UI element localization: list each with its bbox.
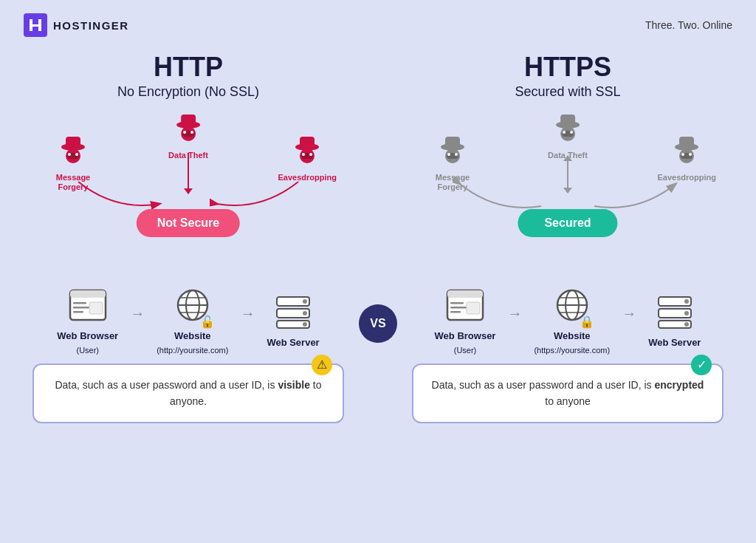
http-warning-badge: ⚠ [312, 355, 332, 375]
server-svg-https [656, 294, 694, 329]
http-lock-icon: 🔓 [200, 315, 215, 329]
http-title: HTTP [154, 52, 223, 83]
https-browser-label: Web Browser [435, 330, 496, 341]
http-server-item: Web Server [267, 294, 319, 348]
http-threats-area: Data Theft Message Forg [32, 112, 344, 274]
http-message-forgery-icon [57, 134, 89, 171]
http-eavesdropping-icon [291, 134, 323, 171]
http-browser-sublabel: (User) [76, 346, 99, 355]
svg-point-52 [681, 153, 684, 156]
svg-rect-2 [181, 115, 196, 125]
svg-point-17 [302, 153, 305, 156]
svg-point-18 [309, 153, 312, 156]
vs-circle: VS [359, 304, 397, 343]
tagline: Three. Two. Online [645, 19, 732, 31]
http-center-arrowhead [184, 188, 193, 194]
https-threats-area: Data Theft M [412, 112, 724, 274]
http-server-icon [274, 294, 312, 332]
https-center-arrow [567, 156, 568, 193]
https-title: HTTPS [524, 52, 611, 83]
svg-rect-58 [450, 311, 461, 313]
https-website-icon: 🔒 [553, 287, 591, 326]
https-center-arrowhead [563, 155, 572, 161]
http-website-label: Website [174, 330, 211, 341]
browser-svg [69, 287, 107, 323]
http-website-to-server-arrow: → [240, 305, 255, 322]
http-info-box: ⚠ Data, such as a user password and a us… [32, 363, 344, 423]
https-server-item: Web Server [648, 294, 701, 348]
logo: HOSTINGER [24, 13, 129, 37]
svg-point-46 [447, 153, 450, 156]
header: HOSTINGER Three. Two. Online [0, 0, 756, 44]
svg-rect-37 [560, 115, 575, 125]
svg-rect-59 [467, 302, 480, 314]
not-secure-badge: Not Secure [137, 209, 240, 237]
http-browser-icon [69, 287, 107, 326]
https-browser-icon [446, 287, 484, 326]
https-website-label: Website [554, 330, 591, 341]
svg-rect-20 [70, 290, 106, 298]
http-threats: Data Theft Message Forg [32, 112, 344, 245]
https-eavesdropping-icon [670, 134, 703, 171]
http-infra-row: Web Browser (User) → 🔓 Website (http:/ [57, 287, 319, 355]
logo-text: HOSTINGER [53, 19, 129, 32]
svg-rect-23 [73, 311, 83, 313]
https-info-text: Data, such as a user password and a user… [432, 379, 704, 407]
https-website-item: 🔒 Website (https://yoursite.com) [534, 287, 610, 355]
https-threats: Data Theft M [412, 112, 724, 245]
http-browser-to-website-arrow: → [130, 305, 145, 322]
svg-rect-56 [450, 302, 464, 304]
svg-point-41 [570, 131, 573, 134]
http-side: HTTP No Encryption (No SSL) [18, 44, 359, 543]
http-subtitle: No Encryption (No SSL) [117, 84, 259, 100]
https-lock-icon: 🔒 [580, 315, 594, 329]
svg-rect-14 [300, 137, 315, 147]
svg-point-12 [75, 153, 78, 156]
https-message-forgery-icon [436, 134, 469, 171]
http-website-sublabel: (http://yoursite.com) [157, 346, 228, 355]
http-server-label: Web Server [267, 337, 319, 348]
svg-rect-49 [679, 137, 694, 147]
http-browser-item: Web Browser (User) [57, 287, 118, 355]
https-browser-to-website-arrow: → [507, 305, 522, 322]
vs-divider: VS [359, 44, 397, 543]
main-content: HTTP No Encryption (No SSL) [0, 44, 756, 543]
svg-point-6 [190, 131, 193, 134]
https-browser-item: Web Browser (User) [435, 287, 496, 355]
https-info-box: ✓ Data, such as a user password and a us… [412, 363, 724, 423]
svg-point-70 [684, 322, 689, 327]
https-server-icon [656, 294, 694, 332]
https-center-arrowhead2 [563, 188, 572, 194]
https-server-label: Web Server [648, 337, 701, 348]
https-website-sublabel: (https://yoursite.com) [534, 346, 610, 355]
svg-rect-21 [73, 302, 86, 304]
https-success-badge: ✓ [691, 355, 712, 375]
svg-point-35 [303, 322, 307, 327]
http-website-item: 🔓 Website (http://yoursite.com) [157, 287, 228, 355]
http-data-theft-icon [172, 112, 205, 148]
https-data-theft-icon [551, 112, 584, 148]
svg-point-11 [68, 153, 71, 156]
svg-point-66 [684, 299, 689, 304]
http-info-text: Data, such as a user password and a user… [55, 379, 321, 407]
hostinger-logo-icon [24, 13, 47, 37]
svg-point-40 [563, 131, 566, 134]
svg-point-53 [689, 153, 692, 156]
http-center-arrow [188, 153, 189, 194]
http-website-icon: 🔓 [173, 287, 212, 326]
svg-rect-57 [450, 307, 467, 309]
browser-svg-https [446, 287, 484, 323]
svg-point-47 [455, 153, 458, 156]
https-infra-row: Web Browser (User) → 🔒 Website (https: [435, 287, 701, 355]
http-browser-label: Web Browser [57, 330, 118, 341]
svg-rect-22 [73, 307, 89, 309]
svg-point-68 [684, 311, 689, 315]
https-subtitle: Secured with SSL [515, 84, 620, 100]
server-svg-http [274, 294, 312, 329]
https-browser-sublabel: (User) [454, 346, 477, 355]
svg-point-31 [303, 299, 307, 304]
svg-point-5 [183, 131, 186, 134]
https-side: HTTPS Secured with SSL Data Theft [397, 44, 738, 543]
https-eavesdropping: Eavesdropping [658, 134, 716, 182]
svg-rect-55 [447, 290, 483, 298]
